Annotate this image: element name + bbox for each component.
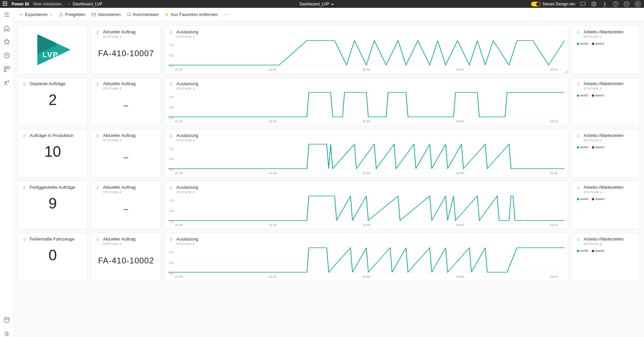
lightning-icon [576,30,581,35]
share-button[interactable]: Freigeben [59,12,85,17]
current-order-value: FA-410-10007 [91,40,161,65]
tile-title: Aufträge in Produktion [30,133,74,138]
finished-tile[interactable]: Fertiggestellte Aufträge 9 [18,181,88,229]
worktimes-tile-station-5[interactable]: Arbeits-/WartezeitenSTATION 5work5down5 [572,233,640,281]
tile-subtitle: STATION 4 [584,190,624,194]
svg-rect-9 [7,67,9,69]
legend-work: work4 [580,197,588,201]
resize-handle-icon[interactable] [565,70,567,73]
utilization-tile-station-2[interactable]: AuslastungSTATION 21,00,50,021:3021:4021… [164,77,568,126]
star-icon: ★ [165,12,169,17]
svg-rect-17 [127,13,131,15]
nav-recent-icon[interactable] [3,52,10,59]
tile-title: Auslastung [176,236,198,242]
tile-title: Auslastung [176,29,198,34]
svg-point-12 [8,81,9,82]
current-order-tile-station-3[interactable]: Aktueller AuftragSTATION 3– [91,129,161,178]
tile-subtitle: STATION 5 [584,242,624,246]
worktimes-tile-station-3[interactable]: Arbeits-/WartezeitenSTATION 3work3down3 [572,129,640,178]
smile-feedback-icon[interactable] [624,1,630,7]
breadcrumb-current[interactable]: Dashboard_LVP [73,2,102,6]
tile-title: Arbeits-/Wartezeiten [584,236,624,242]
in-production-tile[interactable]: Aufträge in Produktion 10 [18,129,88,178]
svg-rect-10 [4,70,6,72]
planned-orders-tile[interactable]: Geplante Aufträge 2 [18,77,88,126]
logo-tile[interactable]: LVP Lernfabrik fürvernetzte Produktion [18,26,88,74]
utilization-tile-station-4[interactable]: AuslastungSTATION 41,00,50,021:3021:4021… [164,181,568,229]
tile-subtitle: STATION 4 [103,190,135,194]
svg-point-4 [624,1,629,6]
lightning-icon [96,185,100,190]
chat-icon[interactable] [580,1,586,7]
download-icon[interactable] [602,1,608,7]
tile-subtitle: STATION 3 [584,139,624,142]
tile-title: Aktueller Auftrag [103,236,135,242]
export-button[interactable]: Exportieren [18,12,53,17]
logo-text: LVP [43,50,59,59]
subscribe-label: Abonnieren [98,12,121,17]
lightning-icon [96,30,100,35]
legend-down: down4 [595,197,604,201]
nav-hamburger-icon[interactable] [3,11,10,18]
svg-rect-0 [581,2,585,5]
new-look-toggle[interactable]: Neues Design ein [531,2,575,6]
more-actions-button[interactable]: ··· [224,12,231,18]
avatar[interactable] [634,1,641,7]
tile-title: Auslastung [176,133,198,138]
current-order-tile-station-1[interactable]: Aktueller AuftragSTATION 1FA-410-10007 [91,26,161,74]
worktimes-tile-station-4[interactable]: Arbeits-/WartezeitenSTATION 4work4down4 [572,181,640,229]
in-production-value: 10 [18,140,87,167]
lightning-icon [22,237,27,242]
tile-subtitle: STATION 2 [584,87,624,90]
current-order-tile-station-4[interactable]: Aktueller AuftragSTATION 4– [91,181,161,229]
chart-area: 1,00,50,021:3021:4021:5022:0022:10 [165,247,568,281]
nav-apps-icon[interactable] [3,66,10,73]
legend: work2down2 [572,92,640,99]
tile-title: Auslastung [176,81,198,86]
lightning-icon [96,82,100,87]
nav-profile-icon[interactable] [3,330,10,337]
breadcrumb-workspace[interactable]: Mein Arbeitsber... [33,2,65,6]
nav-data-icon[interactable] [3,317,10,323]
chart-area: 1,00,50,021:3021:4021:5022:0022:10 [165,40,568,74]
worktimes-tile-station-2[interactable]: Arbeits-/WartezeitenSTATION 2work2down2 [572,77,640,126]
tile-title: Arbeits-/Wartezeiten [584,81,624,86]
legend: work4down4 [572,195,640,203]
nav-home-icon[interactable] [3,25,10,32]
utilization-tile-station-3[interactable]: AuslastungSTATION 31,00,50,021:3021:4021… [164,129,568,178]
nav-favorites-icon[interactable] [3,39,10,45]
current-order-tile-station-5[interactable]: Aktueller AuftragSTATION 5FA-410-10002 [91,233,161,281]
lightning-icon [576,82,581,87]
legend: work1down1 [572,40,640,47]
action-toolbar: Exportieren Freigeben Abonnieren Komment… [14,8,644,21]
help-icon[interactable] [613,1,619,7]
tile-title: Arbeits-/Wartezeiten [584,133,624,138]
tile-title: Auslastung [176,185,198,190]
app-launcher-icon[interactable] [3,1,8,7]
nav-shared-icon[interactable] [3,79,10,86]
export-icon [18,12,23,17]
current-order-value: – [91,195,161,220]
tile-title: Fehlerhafte Fahrzeuge [30,236,75,242]
comments-button[interactable]: Kommentare [127,12,159,17]
worktimes-tile-station-1[interactable]: Arbeits-/WartezeitenSTATION 1work1down1 [572,26,640,74]
share-label: Freigeben [65,12,85,17]
mail-icon [91,12,96,17]
subscribe-button[interactable]: Abonnieren [91,12,121,17]
faulty-tile[interactable]: Fehlerhafte Fahrzeuge 0 [18,233,88,281]
svg-point-5 [626,3,626,4]
comments-label: Kommentare [133,12,159,17]
dashboard-title-dropdown[interactable]: Dashboard_LVP [299,2,334,6]
utilization-tile-station-5[interactable]: AuslastungSTATION 51,00,50,021:3021:4021… [164,233,568,281]
legend-down: down1 [595,42,604,45]
favorite-button[interactable]: ★ Aus Favoriten entfernen [165,12,218,17]
utilization-tile-station-1[interactable]: AuslastungSTATION 11,00,50,021:3021:4021… [164,26,568,74]
current-order-tile-station-2[interactable]: Aktueller AuftragSTATION 2– [91,77,161,126]
lightning-icon [576,185,581,190]
tile-more-button[interactable]: ··· [559,28,565,33]
tile-subtitle: STATION 2 [176,87,198,90]
lightning-icon [22,134,27,138]
gear-icon[interactable] [591,1,597,7]
breadcrumb-separator: > [68,2,70,6]
svg-point-11 [5,81,6,83]
